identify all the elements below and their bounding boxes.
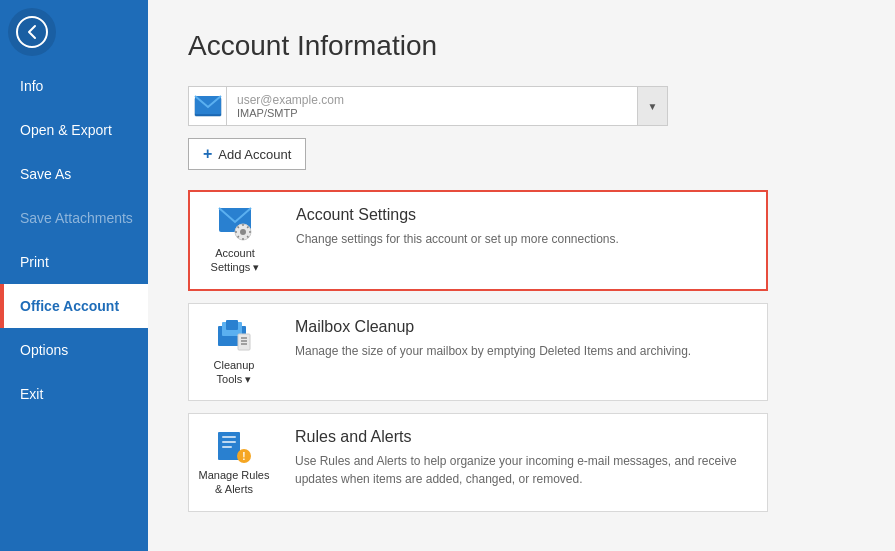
sidebar-item-open-export[interactable]: Open & Export [0,108,148,152]
email-account-icon [189,87,227,125]
card-content-rules-alerts: Rules and AlertsUse Rules and Alerts to … [279,414,767,502]
sidebar: InfoOpen & ExportSave AsSave Attachments… [0,0,148,551]
email-address: user@example.com [237,93,627,107]
plus-icon: + [203,145,212,163]
card-icon-area-account-settings: Account Settings ▾ [190,192,280,289]
sidebar-item-save-attachments: Save Attachments [0,196,148,240]
back-arrow-icon [16,16,48,48]
sidebar-item-save-as[interactable]: Save As [0,152,148,196]
email-type: IMAP/SMTP [237,107,627,119]
back-button[interactable] [8,8,56,56]
card-icon-account-settings [217,206,253,242]
sidebar-item-options[interactable]: Options [0,328,148,372]
card-title-mailbox-cleanup: Mailbox Cleanup [295,318,751,336]
svg-rect-13 [222,436,236,438]
card-icon-area-mailbox-cleanup: Cleanup Tools ▾ [189,304,279,401]
svg-point-4 [240,229,246,235]
svg-text:!: ! [242,451,245,462]
card-icon-area-rules-alerts: ! Manage Rules & Alerts [189,414,279,511]
email-dropdown[interactable]: user@example.com IMAP/SMTP ▼ [188,86,668,126]
card-desc-mailbox-cleanup: Manage the size of your mailbox by empty… [295,342,751,360]
sidebar-item-print[interactable]: Print [0,240,148,284]
svg-rect-15 [222,446,232,448]
card-desc-account-settings: Change settings for this account or set … [296,230,750,248]
add-account-label: Add Account [218,147,291,162]
card-content-account-settings: Account SettingsChange settings for this… [280,192,766,262]
card-mailbox-cleanup[interactable]: Cleanup Tools ▾Mailbox CleanupManage the… [188,303,768,402]
card-label-account-settings: Account Settings ▾ [211,246,260,275]
sidebar-item-office-account[interactable]: Office Account [0,284,148,328]
email-text-area: user@example.com IMAP/SMTP [227,93,637,119]
card-account-settings[interactable]: Account Settings ▾Account SettingsChange… [188,190,768,291]
svg-rect-8 [238,334,250,350]
card-rules-alerts[interactable]: ! Manage Rules & AlertsRules and AlertsU… [188,413,768,512]
card-label-mailbox-cleanup: Cleanup Tools ▾ [214,358,255,387]
email-dropdown-arrow[interactable]: ▼ [637,87,667,125]
card-label-rules-alerts: Manage Rules & Alerts [199,468,270,497]
card-title-account-settings: Account Settings [296,206,750,224]
sidebar-item-exit[interactable]: Exit [0,372,148,416]
add-account-button[interactable]: + Add Account [188,138,306,170]
card-icon-mailbox-cleanup [216,318,252,354]
card-title-rules-alerts: Rules and Alerts [295,428,751,446]
email-icon [194,95,222,117]
page-title: Account Information [188,30,855,62]
main-content: Account Information user@example.com IMA… [148,0,895,551]
card-icon-rules-alerts: ! [216,428,252,464]
card-desc-rules-alerts: Use Rules and Alerts to help organize yo… [295,452,751,488]
sidebar-item-info[interactable]: Info [0,64,148,108]
cards-container: Account Settings ▾Account SettingsChange… [188,190,855,512]
card-content-mailbox-cleanup: Mailbox CleanupManage the size of your m… [279,304,767,374]
svg-rect-7 [226,320,238,330]
svg-rect-14 [222,441,236,443]
